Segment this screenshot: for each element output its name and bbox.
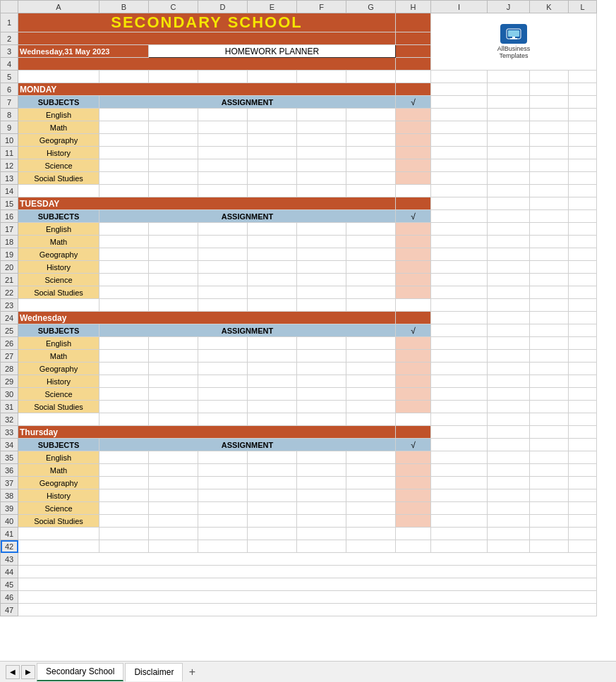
tue-hist-g[interactable]	[346, 261, 396, 274]
tue-sci-e[interactable]	[248, 274, 297, 286]
thu-sci-b[interactable]	[99, 502, 149, 515]
tab-nav-right[interactable]: ▶	[21, 665, 35, 679]
tue-math-b[interactable]	[99, 236, 149, 248]
thu-math-done[interactable]	[396, 464, 431, 477]
wed-english-c[interactable]	[149, 337, 198, 350]
tue-soc-c[interactable]	[149, 286, 198, 299]
thu-geo-b[interactable]	[99, 477, 149, 489]
tue-english-c[interactable]	[149, 223, 198, 236]
tue-hist-e[interactable]	[248, 261, 297, 274]
thu-geo-e[interactable]	[248, 477, 297, 489]
tue-hist-d[interactable]	[198, 261, 248, 274]
wed-english-d[interactable]	[198, 337, 248, 350]
wed-sci-d[interactable]	[198, 388, 248, 401]
wed-soc-b[interactable]	[99, 401, 149, 413]
mon-soc-e[interactable]	[248, 172, 297, 185]
mon-math-e[interactable]	[248, 121, 297, 134]
thu-soc-e[interactable]	[248, 515, 297, 528]
mon-sci-d[interactable]	[198, 159, 248, 172]
wed-sci-f[interactable]	[297, 388, 346, 401]
thu-english-done[interactable]	[396, 451, 431, 464]
thu-soc-d[interactable]	[198, 515, 248, 528]
thu-english-b[interactable]	[99, 451, 149, 464]
wed-geo-e[interactable]	[248, 363, 297, 375]
tue-hist-b[interactable]	[99, 261, 149, 274]
wed-math-done[interactable]	[396, 350, 431, 363]
thu-geo-f[interactable]	[297, 477, 346, 489]
mon-english-c[interactable]	[149, 109, 198, 121]
mon-hist-b[interactable]	[99, 147, 149, 159]
wed-soc-g[interactable]	[346, 401, 396, 413]
thu-soc-c[interactable]	[149, 515, 198, 528]
tue-math-g[interactable]	[346, 236, 396, 248]
tue-english-e[interactable]	[248, 223, 297, 236]
grid-scroll[interactable]: A B C D E F G H I J K L	[0, 0, 616, 682]
mon-math-f[interactable]	[297, 121, 346, 134]
wed-soc-e[interactable]	[248, 401, 297, 413]
wed-english-e[interactable]	[248, 337, 297, 350]
mon-english-g[interactable]	[346, 109, 396, 121]
wed-math-e[interactable]	[248, 350, 297, 363]
thu-math-f[interactable]	[297, 464, 346, 477]
wed-soc-done[interactable]	[396, 401, 431, 413]
thu-sci-d[interactable]	[198, 502, 248, 515]
tue-sci-g[interactable]	[346, 274, 396, 286]
tue-sci-f[interactable]	[297, 274, 346, 286]
wed-geo-c[interactable]	[149, 363, 198, 375]
thu-sci-e[interactable]	[248, 502, 297, 515]
mon-soc-c[interactable]	[149, 172, 198, 185]
wed-hist-e[interactable]	[248, 375, 297, 388]
mon-math-done[interactable]	[396, 121, 431, 134]
wed-math-d[interactable]	[198, 350, 248, 363]
wed-hist-g[interactable]	[346, 375, 396, 388]
wed-sci-e[interactable]	[248, 388, 297, 401]
tue-geo-e[interactable]	[248, 248, 297, 261]
thu-sci-g[interactable]	[346, 502, 396, 515]
tue-sci-b[interactable]	[99, 274, 149, 286]
mon-hist-f[interactable]	[297, 147, 346, 159]
thu-hist-b[interactable]	[99, 489, 149, 502]
thu-sci-c[interactable]	[149, 502, 198, 515]
thu-geo-g[interactable]	[346, 477, 396, 489]
mon-soc-b[interactable]	[99, 172, 149, 185]
tue-hist-c[interactable]	[149, 261, 198, 274]
tue-english-g[interactable]	[346, 223, 396, 236]
mon-soc-d[interactable]	[198, 172, 248, 185]
col-header-i[interactable]: I	[431, 1, 488, 13]
wed-english-f[interactable]	[297, 337, 346, 350]
mon-soc-f[interactable]	[297, 172, 346, 185]
mon-geo-e[interactable]	[248, 134, 297, 147]
tue-sci-c[interactable]	[149, 274, 198, 286]
thu-hist-c[interactable]	[149, 489, 198, 502]
thu-english-c[interactable]	[149, 451, 198, 464]
tue-math-done[interactable]	[396, 236, 431, 248]
thu-english-d[interactable]	[198, 451, 248, 464]
tue-soc-g[interactable]	[346, 286, 396, 299]
tue-soc-d[interactable]	[198, 286, 248, 299]
tue-geo-b[interactable]	[99, 248, 149, 261]
mon-sci-g[interactable]	[346, 159, 396, 172]
col-header-j[interactable]: J	[488, 1, 530, 13]
thu-math-b[interactable]	[99, 464, 149, 477]
col-header-a[interactable]: A	[18, 1, 99, 13]
wed-hist-f[interactable]	[297, 375, 346, 388]
wed-geo-f[interactable]	[297, 363, 346, 375]
col-header-f[interactable]: F	[297, 1, 346, 13]
mon-math-c[interactable]	[149, 121, 198, 134]
mon-soc-g[interactable]	[346, 172, 396, 185]
tab-add-button[interactable]: +	[184, 664, 200, 680]
tue-math-e[interactable]	[248, 236, 297, 248]
mon-hist-c[interactable]	[149, 147, 198, 159]
mon-geo-g[interactable]	[346, 134, 396, 147]
wed-hist-done[interactable]	[396, 375, 431, 388]
mon-hist-d[interactable]	[198, 147, 248, 159]
thu-hist-g[interactable]	[346, 489, 396, 502]
thu-math-d[interactable]	[198, 464, 248, 477]
mon-english-b[interactable]	[99, 109, 149, 121]
mon-geo-b[interactable]	[99, 134, 149, 147]
mon-math-g[interactable]	[346, 121, 396, 134]
mon-english-done[interactable]	[396, 109, 431, 121]
col-header-h[interactable]: H	[396, 1, 431, 13]
wed-math-f[interactable]	[297, 350, 346, 363]
wed-sci-g[interactable]	[346, 388, 396, 401]
